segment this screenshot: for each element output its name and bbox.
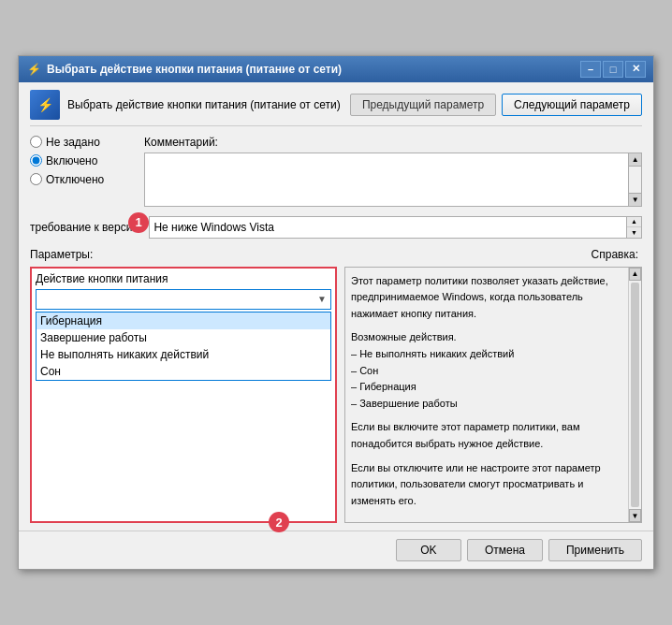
right-scroll-up[interactable]: ▲ [629,268,641,281]
comment-label: Комментарий: [144,136,218,149]
comment-scrollbar[interactable]: ▲ ▼ [629,153,642,207]
radio-disabled-label: Отключено [46,173,104,186]
right-panel-text: Этот параметр политики позволяет указать… [345,268,628,523]
comment-textarea[interactable] [144,153,629,207]
dropdown-list: Гибернация Завершение работы Не выполнят… [36,312,331,381]
next-param-button[interactable]: Следующий параметр [502,94,642,116]
radio-not-set-input[interactable] [30,136,42,148]
footer-buttons: OK Отмена Применить [19,531,653,569]
version-value: Не ниже Windows Vista [149,216,627,239]
comment-scroll-down[interactable]: ▼ [629,193,641,206]
left-panel-title: Действие кнопки питания [36,272,331,285]
dropdown-select[interactable]: ▼ [36,289,331,310]
annotation-1: 1 [128,212,149,233]
header-buttons: Предыдущий параметр Следующий параметр [350,94,642,116]
bottom-panels: Действие кнопки питания ▼ Гибернация Зав… [30,267,642,524]
comment-section: Комментарий: ▲ ▼ [144,136,642,207]
radio-disabled[interactable]: Отключено [30,173,133,186]
radio-group: Не задано Включено Отключено [30,136,133,186]
dropdown-option-3[interactable]: Сон [37,363,330,380]
version-scrollbar: ▲ ▼ [627,216,642,239]
maximize-button[interactable]: □ [603,61,623,78]
right-scroll-down[interactable]: ▼ [629,509,641,522]
header-section: ⚡ Выбрать действие кнопки питания (питан… [30,90,642,126]
radio-not-set[interactable]: Не задано [30,136,133,149]
radio-enabled[interactable]: Включено [30,154,133,167]
title-bar: ⚡ Выбрать действие кнопки питания (питан… [19,56,653,82]
header-left: ⚡ Выбрать действие кнопки питания (питан… [30,90,341,120]
content-area: ⚡ Выбрать действие кнопки питания (питан… [19,82,653,531]
minimize-button[interactable]: – [580,61,601,78]
header-title: Выбрать действие кнопки питания (питание… [67,98,341,111]
window-controls: – □ ✕ [580,61,646,78]
params-header-row: Параметры: Справка: [30,248,642,261]
version-row: требование к версии: Не ниже Windows Vis… [30,216,642,239]
header-icon: ⚡ [30,90,60,120]
annotation-2: 2 [269,512,289,532]
cancel-button[interactable]: Отмена [467,539,543,561]
right-scroll-thumb[interactable] [631,283,639,508]
radio-enabled-input[interactable] [30,154,42,167]
apply-button[interactable]: Применить [548,539,642,561]
right-panel-wrapper: Этот параметр политики позволяет указать… [344,267,642,524]
radio-not-set-label: Не задано [46,136,100,149]
prev-param-button[interactable]: Предыдущий параметр [350,94,496,116]
left-panel: Действие кнопки питания ▼ Гибернация Зав… [30,267,337,524]
window-icon: ⚡ [26,62,41,77]
params-label: Параметры: [30,248,93,261]
right-panel-scrollbar[interactable]: ▲ ▼ [628,268,641,523]
comment-scroll-up[interactable]: ▲ [629,153,641,167]
window-title: Выбрать действие кнопки питания (питание… [47,63,580,76]
dropdown-option-1[interactable]: Завершение работы [37,329,330,346]
dropdown-option-2[interactable]: Не выполнять никаких действий [37,346,330,363]
main-window: ⚡ Выбрать действие кнопки питания (питан… [18,55,654,571]
dropdown-arrow-icon: ▼ [317,294,327,304]
radio-disabled-input[interactable] [30,173,42,185]
close-button[interactable]: ✕ [625,61,646,78]
version-scroll-up[interactable]: ▲ [627,217,641,228]
dropdown-option-0[interactable]: Гибернация [37,312,330,329]
ok-button[interactable]: OK [396,539,461,561]
radio-enabled-label: Включено [46,154,97,167]
ref-label: Справка: [592,248,642,261]
version-scroll-down[interactable]: ▼ [627,227,641,238]
